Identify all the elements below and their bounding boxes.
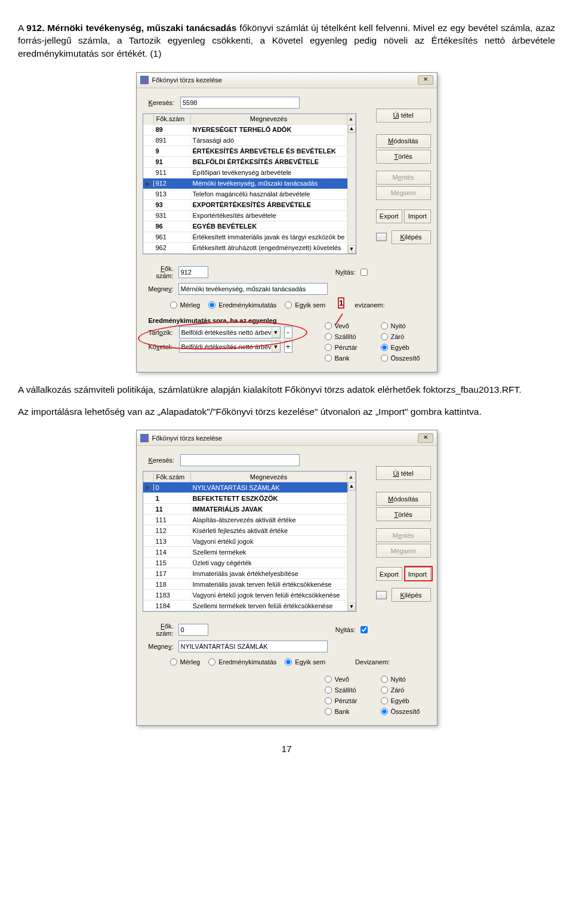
- radio-vevő[interactable]: Vevő: [325, 321, 375, 331]
- kovetel-dropdown[interactable]: Belföldi értékesítés nettó árbevétele ▼: [179, 341, 281, 353]
- table-row[interactable]: 89NYERESÉGET TERHELŐ ADÓK: [143, 125, 356, 135]
- megnev-input[interactable]: [178, 283, 328, 295]
- devizanem-label: evizanem:: [355, 301, 384, 309]
- tartozik-sign[interactable]: -: [284, 327, 292, 338]
- dialog-2: Főkönyvi törzs kezelése ✕ Keresés: Új té…: [136, 430, 438, 726]
- radio-egyéb[interactable]: Egyéb: [381, 695, 431, 706]
- delete-button[interactable]: Törlés: [376, 507, 431, 521]
- table-row[interactable]: 1BEFEKTETETT ESZKÖZÖK: [143, 493, 356, 504]
- import-button[interactable]: Import: [404, 210, 431, 223]
- export-button[interactable]: Export: [376, 210, 403, 223]
- accounts-grid[interactable]: Fők.szám Megnevezés ▲ 89NYERESÉGET TERHE…: [143, 113, 356, 254]
- grid-header: Fők.szám Megnevezés ▲: [143, 114, 356, 125]
- radio-vevő[interactable]: Vevő: [325, 674, 375, 685]
- fokszam-input[interactable]: [178, 624, 208, 636]
- radio-bank[interactable]: Bank: [325, 706, 375, 717]
- table-row[interactable]: 111Alapítás-átszervezés aktivált értéke: [143, 515, 356, 525]
- exit-button[interactable]: Kilépés: [392, 230, 431, 244]
- radio-szállító[interactable]: Szállító: [325, 685, 375, 695]
- radio-szállító[interactable]: Szállító: [325, 331, 375, 342]
- col-megnevezes: Megnevezés: [191, 114, 347, 124]
- table-row[interactable]: 9ÉRTÉKESÍTÉS ÁRBEVÉTELE ÉS BEVÉTELEK: [143, 146, 356, 157]
- cancel-button: Mégsem: [376, 186, 431, 200]
- callout-1: 1: [338, 297, 344, 309]
- edit-button[interactable]: Módosítás: [376, 492, 431, 506]
- import-annotation: [404, 566, 433, 581]
- close-icon[interactable]: ✕: [418, 433, 433, 443]
- table-row[interactable]: 117Immateriális javak értékhelyesbítése: [143, 568, 356, 579]
- radio-egyiksem[interactable]: [285, 658, 292, 666]
- dialog-1: Főkönyvi törzs kezelése ✕ Keresés: Új té…: [136, 72, 438, 372]
- table-row[interactable]: 11IMMATERIÁLIS JAVAK: [143, 504, 356, 515]
- nyitas-checkbox[interactable]: [361, 269, 368, 276]
- tartozik-dropdown[interactable]: Belföldi értékesítés nettó árbevétele ▼: [179, 327, 281, 338]
- erk-header: Eredménykimutatás sora, ha az egyenleg: [143, 310, 325, 327]
- radio-pénztár[interactable]: Pénztár: [325, 695, 375, 706]
- app-icon: [140, 434, 149, 442]
- print-icon[interactable]: [376, 591, 387, 599]
- radio-egyiksem[interactable]: [285, 301, 292, 309]
- table-row[interactable]: 962Értékesített átruházott (engedményeze…: [143, 243, 356, 254]
- scroll-down-icon[interactable]: ▼: [348, 603, 356, 611]
- table-row[interactable]: 91BELFÖLDI ÉRTÉKESÍTÉS ÁRBEVÉTELE: [143, 157, 356, 168]
- fokszam-input[interactable]: [178, 266, 208, 278]
- radio-merleg[interactable]: [170, 301, 177, 309]
- exit-button[interactable]: Kilépés: [392, 588, 431, 602]
- col-fokszam: Fők.szám: [154, 472, 191, 482]
- edit-button[interactable]: Módosítás: [376, 134, 431, 148]
- table-row[interactable]: 961Értékesített immateriális javak és tá…: [143, 232, 356, 243]
- table-row[interactable]: 911Építőipari tevékenység árbevétele: [143, 168, 356, 178]
- devizanem-label: Devizanem:: [355, 658, 390, 666]
- doc-paragraph-1: A 912. Mérnöki tevékenység, műszaki taná…: [18, 21, 555, 60]
- kovetel-sign[interactable]: +: [284, 341, 292, 353]
- fokszam-label: Fők. szám:: [143, 265, 174, 279]
- dialog-title: Főkönyvi törzs kezelése: [152, 435, 414, 442]
- table-row[interactable]: 118Immateriális javak terven felüli érté…: [143, 579, 356, 590]
- radio-eredmeny[interactable]: [208, 301, 215, 309]
- scroll-up-icon[interactable]: ▲: [348, 125, 356, 133]
- radio-nyitó[interactable]: Nyitó: [381, 674, 431, 685]
- col-fokszam: Fők.szám: [154, 114, 191, 124]
- radio-pénztár[interactable]: Pénztár: [325, 342, 375, 353]
- table-row[interactable]: 115Üzleti vagy cégérték: [143, 558, 356, 568]
- new-button[interactable]: Új tétel: [376, 109, 431, 122]
- search-input[interactable]: [180, 97, 300, 109]
- new-button[interactable]: Új tétel: [376, 466, 431, 480]
- fokszam-label: Fők. szám:: [143, 623, 174, 637]
- export-button[interactable]: Export: [376, 567, 403, 581]
- table-row[interactable]: 891Társasági adó: [143, 135, 356, 146]
- bold-run: 912. Mérnöki tevékenység, műszaki tanács…: [26, 23, 236, 33]
- megnev-input[interactable]: [178, 640, 328, 652]
- table-row[interactable]: 112Kísérleti fejlesztés aktivált értéke: [143, 525, 356, 536]
- table-row[interactable]: 96EGYÉB BEVÉTELEK: [143, 221, 356, 232]
- table-row[interactable]: 114Szellemi termékek: [143, 547, 356, 558]
- radio-bank[interactable]: Bank: [325, 353, 375, 364]
- print-icon[interactable]: [376, 233, 387, 241]
- radio-nyitó[interactable]: Nyitó: [381, 321, 431, 331]
- search-input[interactable]: [180, 454, 300, 466]
- table-row[interactable]: 931Exportértékesítés árbevétele: [143, 211, 356, 221]
- radio-összesítő[interactable]: Összesítő: [381, 706, 431, 717]
- radio-merleg[interactable]: [170, 658, 177, 666]
- table-row[interactable]: 913Telefon magáncélú használat árbevétel…: [143, 189, 356, 200]
- table-row[interactable]: ▶912Mérnöki tevékenység, műszaki tanácsa…: [143, 178, 356, 189]
- save-button: Mentés: [376, 528, 431, 542]
- radio-egyéb[interactable]: Egyéb: [381, 342, 431, 353]
- radio-összesítő[interactable]: Összesítő: [381, 353, 431, 364]
- radio-záró[interactable]: Záró: [381, 331, 431, 342]
- delete-button[interactable]: Törlés: [376, 150, 431, 164]
- nyitas-checkbox[interactable]: [361, 626, 368, 633]
- accounts-grid[interactable]: Fők.szám Megnevezés ▲ ▶0NYILVÁNTARTÁSI S…: [143, 471, 356, 612]
- table-row[interactable]: 113Vagyoni értékű jogok: [143, 536, 356, 547]
- scroll-down-icon[interactable]: ▼: [348, 245, 356, 254]
- table-row[interactable]: 93EXPORTÉRTÉKESÍTÉS ÁRBEVÉTELE: [143, 200, 356, 211]
- table-row[interactable]: ▶0NYILVÁNTARTÁSI SZÁMLÁK: [143, 482, 356, 493]
- scroll-up-icon[interactable]: ▲: [348, 482, 356, 491]
- table-row[interactable]: 1183Vagyoni értékű jogok terven felüli é…: [143, 590, 356, 600]
- close-icon[interactable]: ✕: [418, 75, 433, 85]
- doc-paragraph-2: A vállalkozás számviteli politikája, szá…: [18, 383, 555, 396]
- nyitas-label: Nyitás:: [335, 626, 356, 633]
- radio-eredmeny[interactable]: [208, 658, 215, 666]
- radio-záró[interactable]: Záró: [381, 685, 431, 695]
- table-row[interactable]: 1184Szellemi termékek terven felüli érté…: [143, 600, 356, 611]
